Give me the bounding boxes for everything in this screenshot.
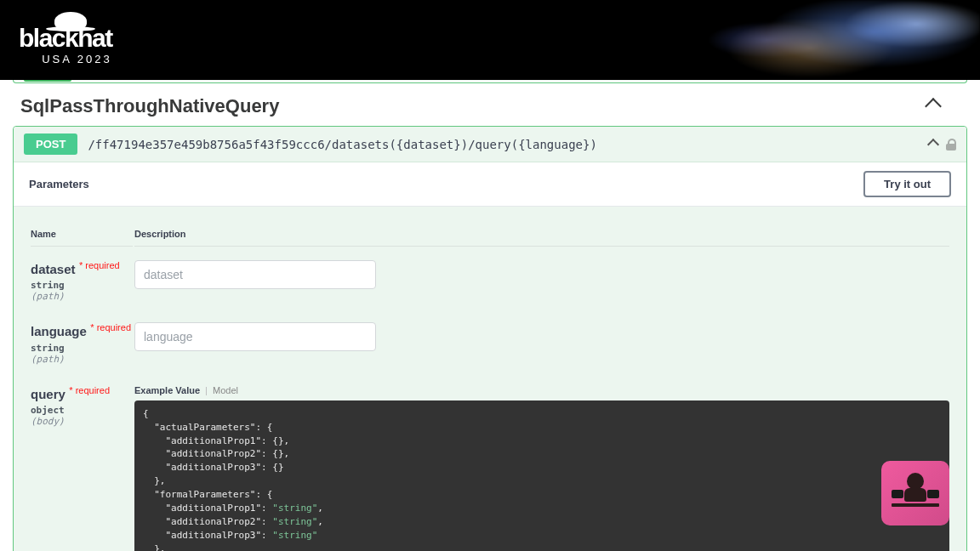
param-type: string [31,280,133,291]
param-name: language [31,325,87,339]
example-tabs: Example Value | Model [134,385,949,395]
operation-header[interactable]: POST /ff47194e357e459b8756a5f43f59ccc6/d… [14,127,966,162]
hat-icon [54,12,87,31]
param-row-language: language * required string (path) [31,310,949,371]
brand-logo: blackhat USA 2023 [19,12,112,65]
param-row-dataset: dataset * required string (path) [31,248,949,309]
section-title: SqlPassThroughNativeQuery [20,95,279,117]
header-banner: blackhat USA 2023 [0,0,980,80]
prev-method-badge-fragment [24,80,71,82]
param-type: object [31,405,133,416]
chevron-up-icon[interactable] [925,98,942,115]
param-row-query: query * required object (body) Example V… [31,373,949,551]
brand-subtitle: USA 2023 [19,53,112,65]
person-icon [907,473,924,490]
dataset-input[interactable] [134,260,376,289]
required-marker: * required [79,260,120,270]
operation-block: POST /ff47194e357e459b8756a5f43f59ccc6/d… [13,126,967,551]
language-input[interactable] [134,322,376,351]
tab-model[interactable]: Model [213,385,238,395]
decorative-swirl [555,0,980,80]
parameters-bar: Parameters Try it out [14,162,966,207]
lock-icon[interactable] [946,139,956,151]
required-marker: * required [69,385,110,395]
param-type: string [31,343,133,354]
parameters-label: Parameters [29,178,89,190]
method-badge: POST [24,133,77,155]
screen-icon [892,490,903,498]
param-name: dataset [31,262,76,276]
presenter-avatar [881,461,949,525]
param-in: (body) [31,416,133,427]
param-name: query [31,387,66,401]
operation-path: /ff47194e357e459b8756a5f43f59ccc6/datase… [88,138,929,151]
screen-icon [927,490,939,498]
column-description: Description [134,222,949,247]
main-content: SqlPassThroughNativeQuery POST /ff47194e… [0,80,980,551]
param-in: (path) [31,354,133,365]
column-name: Name [31,222,133,247]
required-marker: * required [90,322,131,332]
parameters-body: Name Description dataset * required stri… [14,207,966,551]
param-in: (path) [31,291,133,302]
chevron-up-icon[interactable] [927,138,939,150]
tab-example-value[interactable]: Example Value [134,385,200,395]
example-code-block[interactable]: { "actualParameters": { "additionalProp1… [134,400,949,551]
try-it-out-button[interactable]: Try it out [863,171,951,197]
section-header[interactable]: SqlPassThroughNativeQuery [0,83,980,126]
